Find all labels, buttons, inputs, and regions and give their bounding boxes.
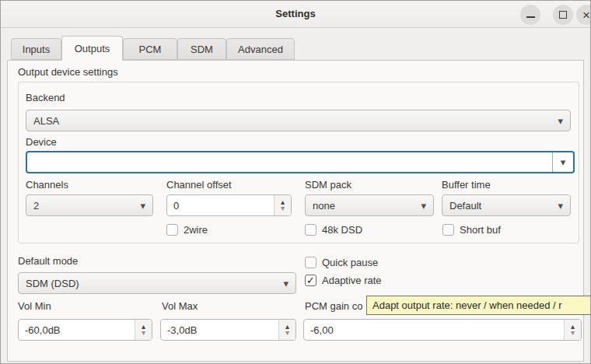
pcm-gain-label: PCM gain co: [305, 300, 362, 313]
short-buf-checkbox[interactable]: Short buf: [442, 223, 501, 236]
48k-dsd-checkbox[interactable]: 48k DSD: [305, 223, 362, 236]
vol-min-spinner[interactable]: -60,0dB ▴ ▾: [18, 319, 152, 341]
vol-max-value: -3,0dB: [161, 320, 278, 340]
twowire-label: 2wire: [184, 224, 208, 236]
checkbox-box[interactable]: [442, 224, 454, 236]
backend-value: ALSA: [33, 115, 558, 127]
channel-offset-label: Channel offset: [166, 179, 232, 191]
default-mode-label: Default mode: [18, 255, 78, 268]
checkbox-box[interactable]: [166, 224, 178, 236]
device-dropdown-button[interactable]: ▾: [552, 152, 573, 172]
channels-label: Channels: [26, 179, 68, 191]
sdm-pack-combo[interactable]: none ▾: [305, 194, 434, 216]
minimize-button[interactable]: [520, 5, 540, 25]
twowire-checkbox[interactable]: 2wire: [166, 223, 208, 236]
window-title: Settings: [1, 8, 590, 19]
spin-buttons[interactable]: ▴ ▾: [135, 320, 152, 340]
spin-down-icon[interactable]: ▾: [571, 330, 575, 336]
minimize-icon: [526, 16, 535, 18]
vol-min-label: Vol Min: [18, 300, 51, 313]
default-mode-combo[interactable]: SDM (DSD) ▾: [18, 272, 296, 294]
close-icon: ×: [582, 9, 590, 22]
frame-title: Output device settings: [18, 66, 118, 79]
channel-offset-spinner[interactable]: 0 ▴ ▾: [166, 194, 292, 216]
tab-outputs[interactable]: Outputs: [61, 36, 123, 61]
vol-max-spinner[interactable]: -3,0dB ▴ ▾: [160, 319, 296, 341]
sdm-pack-value: none: [313, 200, 421, 212]
sdm-pack-label: SDM pack: [305, 179, 351, 191]
backend-combo[interactable]: ALSA ▾: [26, 110, 571, 131]
close-button[interactable]: ×: [576, 5, 591, 25]
tab-advanced[interactable]: Advanced: [226, 38, 295, 60]
buffer-time-value: Default: [449, 200, 558, 212]
spin-buttons[interactable]: ▴ ▾: [278, 320, 296, 340]
chevron-down-icon: ▾: [558, 201, 563, 211]
channels-value: 2: [33, 200, 140, 212]
quick-pause-checkbox[interactable]: Quick pause: [305, 256, 378, 268]
chevron-down-icon: ▾: [558, 116, 563, 126]
vol-min-value: -60,0dB: [19, 320, 135, 340]
spin-buttons[interactable]: ▴ ▾: [564, 320, 581, 340]
backend-label: Backend: [26, 92, 65, 104]
spin-down-icon[interactable]: ▾: [281, 205, 285, 212]
default-mode-value: SDM (DSD): [26, 278, 283, 289]
titlebar[interactable]: Settings ×: [1, 1, 590, 28]
48k-dsd-label: 48k DSD: [322, 224, 362, 236]
adaptive-rate-label: Adaptive rate: [322, 275, 382, 286]
maximize-button[interactable]: [553, 5, 573, 25]
short-buf-label: Short buf: [460, 224, 501, 236]
tab-pcm-label: PCM: [139, 44, 162, 55]
pcm-gain-spinner[interactable]: -6,00 ▴ ▾: [303, 319, 582, 341]
tab-pcm[interactable]: PCM: [123, 38, 177, 60]
tooltip: Adapt output rate: never / when needed /…: [366, 296, 591, 315]
spin-down-icon[interactable]: ▾: [285, 330, 289, 336]
adaptive-rate-checkbox[interactable]: ✓ Adaptive rate: [305, 274, 382, 286]
spin-buttons[interactable]: ▴ ▾: [274, 195, 291, 215]
spin-down-icon[interactable]: ▾: [142, 330, 145, 336]
pcm-gain-value: -6,00: [304, 320, 564, 340]
device-combo[interactable]: ▾: [26, 151, 575, 173]
checkbox-box[interactable]: [305, 257, 316, 268]
tooltip-text: Adapt output rate: never / when needed /…: [372, 299, 562, 311]
checkbox-checked-box[interactable]: ✓: [305, 275, 316, 286]
tab-outputs-label: Outputs: [75, 43, 110, 54]
device-input[interactable]: [27, 152, 552, 172]
tab-inputs[interactable]: Inputs: [11, 38, 61, 60]
chevron-down-icon: ▾: [140, 201, 145, 211]
tab-inputs-label: Inputs: [23, 44, 50, 55]
tab-sdm-label: SDM: [191, 44, 213, 55]
chevron-down-icon: ▾: [283, 278, 289, 289]
tab-sdm[interactable]: SDM: [177, 38, 226, 60]
buffer-time-label: Buffer time: [442, 179, 491, 191]
chevron-down-icon: ▾: [561, 157, 566, 167]
channels-combo[interactable]: 2 ▾: [26, 194, 153, 216]
settings-window: Settings × Inputs Outputs PCM SDM Advanc…: [0, 0, 591, 364]
device-label: Device: [26, 136, 57, 149]
maximize-icon: [559, 11, 567, 19]
vol-max-label: Vol Max: [162, 300, 198, 313]
tab-advanced-label: Advanced: [238, 44, 283, 55]
quick-pause-label: Quick pause: [322, 257, 378, 268]
channel-offset-value: 0: [167, 195, 274, 215]
chevron-down-icon: ▾: [421, 201, 426, 211]
checkbox-box[interactable]: [305, 224, 316, 236]
buffer-time-combo[interactable]: Default ▾: [442, 194, 571, 216]
